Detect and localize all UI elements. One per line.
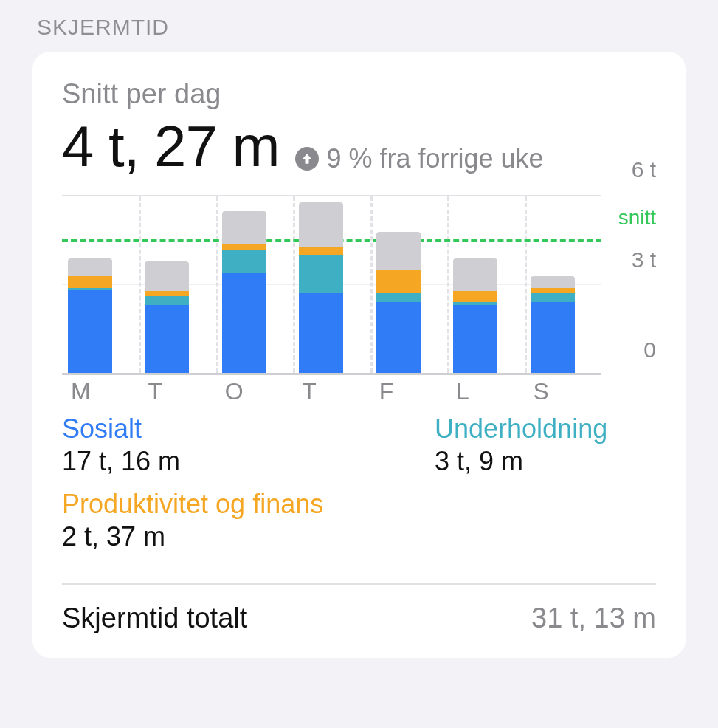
bar-segment [68,258,112,276]
total-value: 31 t, 13 m [531,602,656,634]
subtitle: Snitt per dag [62,78,656,110]
category-value: 2 t, 37 m [62,521,323,552]
bar-segment [376,302,421,373]
chart-plot-area [62,195,601,375]
bar-segment [145,261,189,291]
category-label: Underholdning [435,413,656,444]
bar [531,276,575,373]
bar-segment [376,270,421,294]
bar-segment [145,305,189,373]
bar-segment [145,296,189,305]
bar-segment [222,211,266,244]
y-tick: 6 t [632,157,656,182]
total-label: Skjermtid totalt [62,602,247,634]
category-value: 3 t, 9 m [435,446,656,477]
category-summary: Sosialt17 t, 16 mUnderholdning3 t, 9 mPr… [62,413,656,585]
category-item: Underholdning3 t, 9 m [435,413,656,477]
section-header: SKJERMTID [37,15,686,40]
x-tick: F [370,375,447,402]
x-tick: S [525,375,601,402]
category-item: Sosialt17 t, 16 m [62,413,283,477]
bar-segment [222,273,266,373]
bar [453,258,497,373]
bar-segment [453,305,497,373]
bar-segment [531,302,575,373]
bar-segment [376,293,421,302]
bar [299,202,343,373]
bar-segment [453,258,497,291]
bar-segment [531,288,575,294]
average-value: 4 t, 27 m [62,113,279,180]
bar-segment [453,291,497,303]
x-tick: O [216,375,293,402]
delta-text: 9 % fra forrige uke [326,143,543,174]
screentime-card: Snitt per dag 4 t, 27 m 9 % fra forrige … [32,52,686,658]
y-tick: 0 [643,337,656,363]
bar [222,211,266,373]
total-row: Skjermtid totalt 31 t, 13 m [62,585,656,634]
bar-segment [531,276,575,288]
category-label: Produktivitet og finans [62,489,323,520]
x-tick: L [447,375,524,402]
y-tick: 3 t [632,247,656,272]
delta: 9 % fra forrige uke [295,143,543,174]
category-label: Sosialt [62,413,283,444]
bar-segment [531,293,575,302]
x-tick: T [139,375,215,402]
bar-segment [376,232,421,270]
bar [68,258,112,373]
bar-segment [299,293,343,373]
bar-segment [68,276,112,288]
category-item: Produktivitet og finans2 t, 37 m [62,489,323,552]
category-value: 17 t, 16 m [62,446,283,477]
arrow-up-icon [295,147,319,171]
bar-segment [299,247,343,255]
bar-segment [299,255,343,294]
bar-segment [145,291,189,297]
headline-row: 4 t, 27 m 9 % fra forrige uke [62,113,656,180]
bar-segment [222,250,266,273]
average-label: snitt [618,206,656,230]
bar-segment [299,202,343,247]
bar [145,261,189,373]
x-tick: T [293,375,370,402]
usage-chart: 03 t6 t snitt MTOTFLS [62,195,656,402]
bar-segment [68,290,112,373]
bar [376,232,421,373]
x-tick: M [62,375,139,402]
bar-segment [222,244,266,250]
